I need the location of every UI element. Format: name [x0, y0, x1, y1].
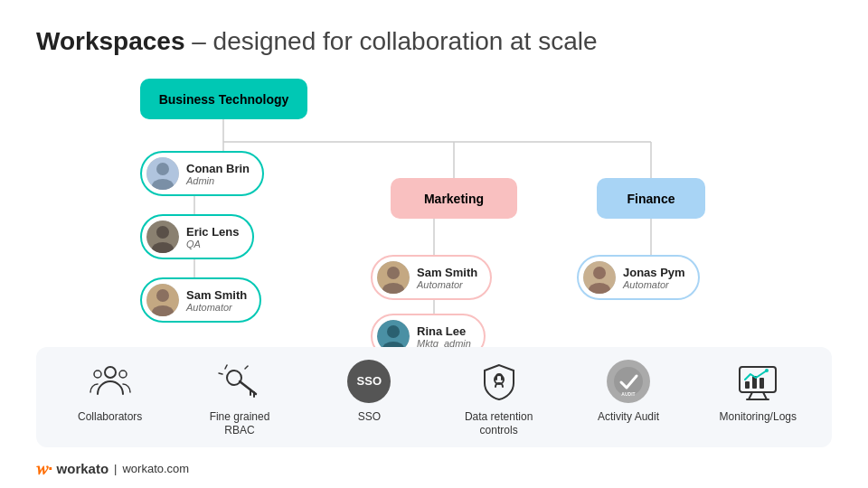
workato-w-icon: 𝑤·: [36, 459, 53, 477]
feature-monitoring: Monitoring/Logs: [703, 358, 812, 425]
svg-point-35: [119, 371, 127, 378]
avatar-eric: [146, 221, 179, 253]
feature-data-retention: Data retentioncontrols: [445, 358, 553, 438]
person-info-sam-mkt: Sam Smith Automator: [417, 266, 477, 290]
svg-line-47: [749, 392, 752, 399]
person-info-jonas: Jonas Pym Automator: [623, 266, 685, 290]
data-retention-label: Data retentioncontrols: [465, 410, 533, 438]
svg-point-31: [593, 267, 606, 279]
key-icon: [216, 358, 263, 405]
svg-line-42: [245, 366, 248, 369]
avatar-jonas: [583, 261, 616, 294]
node-marketing: Marketing: [391, 178, 517, 219]
svg-line-41: [219, 373, 222, 374]
audit-icon: AUDIT: [605, 358, 652, 405]
node-finance: Finance: [597, 178, 705, 219]
footer: 𝑤· workato | workato.com: [36, 459, 189, 477]
features-bar: Collaborators Fine grainedRBAC: [36, 347, 832, 447]
person-card-eric: Eric Lens QA: [140, 214, 254, 259]
svg-point-25: [387, 267, 400, 279]
footer-url: workato.com: [122, 462, 189, 475]
svg-line-40: [225, 365, 227, 369]
people-icon: [87, 358, 134, 405]
person-info-eric: Eric Lens QA: [186, 225, 240, 249]
workato-logo: 𝑤· workato: [36, 459, 108, 477]
feature-collaborators: Collaborators: [56, 358, 165, 425]
sso-label: SSO: [358, 410, 381, 425]
rbac-label: Fine grainedRBAC: [210, 410, 270, 438]
node-business-technology: Business Technology: [140, 79, 307, 119]
svg-line-48: [763, 392, 767, 399]
svg-rect-52: [760, 378, 764, 389]
svg-point-33: [105, 367, 116, 378]
svg-rect-50: [745, 381, 750, 389]
avatar-conan: [146, 157, 179, 190]
person-info-sam-bt: Sam Smith Automator: [186, 288, 247, 313]
feature-activity-audit: AUDIT Activity Audit: [574, 358, 683, 425]
activity-audit-label: Activity Audit: [598, 410, 659, 425]
person-card-conan: Conan Brin Admin: [140, 151, 264, 196]
person-card-sam-bt: Sam Smith Automator: [140, 277, 261, 323]
avatar-sam-mkt: [377, 261, 410, 294]
footer-separator: |: [114, 462, 117, 475]
feature-sso: SSO SSO: [315, 358, 423, 425]
person-card-sam-mkt: Sam Smith Automator: [371, 255, 492, 300]
svg-point-36: [227, 371, 241, 385]
svg-text:AUDIT: AUDIT: [621, 391, 635, 397]
headline-sub: – designed for collaboration at scale: [192, 27, 597, 55]
headline-bold: Workspaces: [36, 27, 184, 55]
svg-point-19: [156, 226, 169, 239]
collaborators-label: Collaborators: [78, 410, 142, 425]
monitoring-label: Monitoring/Logs: [720, 410, 797, 425]
person-card-jonas: Jonas Pym Automator: [577, 255, 700, 300]
monitor-icon: [734, 358, 781, 405]
feature-rbac: Fine grainedRBAC: [185, 358, 294, 438]
shield-icon: [476, 358, 523, 405]
sso-icon: SSO: [345, 358, 392, 405]
svg-point-28: [387, 325, 400, 338]
svg-point-34: [94, 371, 101, 378]
svg-point-53: [765, 369, 769, 372]
workato-brand: workato: [57, 461, 109, 476]
headline: Workspaces – designed for collaboration …: [36, 27, 832, 56]
svg-point-22: [156, 289, 169, 302]
person-info-rina: Rina Lee Mktg_admin: [417, 324, 471, 349]
org-chart: Business Technology Marketing Finance Co…: [36, 74, 832, 345]
person-info-conan: Conan Brin Admin: [186, 162, 250, 186]
slide: Workspaces – designed for collaboration …: [0, 0, 868, 488]
svg-point-16: [156, 163, 169, 175]
avatar-sam-bt: [146, 284, 179, 316]
